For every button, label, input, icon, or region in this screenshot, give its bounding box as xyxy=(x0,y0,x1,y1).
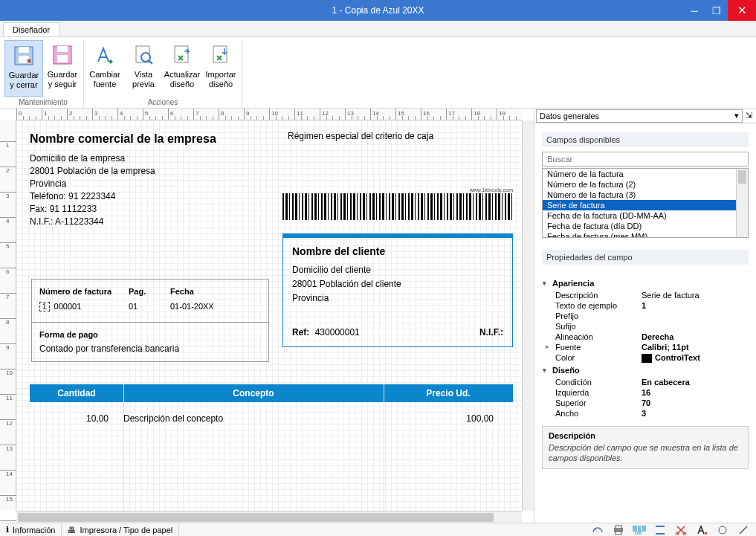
invoice-meta-header: Número de factura Pag. Fecha xyxy=(32,280,268,299)
pin-icon[interactable]: ⇲ xyxy=(743,111,755,120)
cut-icon[interactable] xyxy=(674,525,688,535)
svg-rect-14 xyxy=(616,526,621,529)
client-box[interactable]: Nombre del cliente Domicilio del cliente… xyxy=(282,233,513,347)
prop-color[interactable]: ColorControlText xyxy=(542,352,749,364)
company-address[interactable]: Domicilio de la empresa xyxy=(30,153,514,164)
save-continue-icon xyxy=(51,43,74,67)
client-zip-city[interactable]: 28001 Población del cliente xyxy=(292,279,503,289)
column-divider xyxy=(384,384,384,511)
invoice-meta-box[interactable]: Número de factura Pag. Fecha 1000001 01 … xyxy=(31,279,269,362)
tab-information[interactable]: ℹ Información xyxy=(0,523,62,536)
line-tool-icon[interactable] xyxy=(737,525,750,535)
prop-descripcion[interactable]: DescripciónSerie de factura xyxy=(542,290,749,300)
ribbon-group-label-maintenance: Mantenimiento xyxy=(4,97,82,108)
svg-rect-19 xyxy=(705,532,707,535)
group-appearance[interactable]: Apariencia xyxy=(542,277,749,290)
invoice-lines-header[interactable]: Cantidad Concepto Precio Ud. xyxy=(30,384,513,402)
print-tool-icon[interactable] xyxy=(612,525,625,535)
preview-button[interactable]: Vista previa xyxy=(124,40,163,97)
invoice-number[interactable]: 000001 xyxy=(54,302,82,311)
scrollbar-thumb[interactable] xyxy=(738,170,746,184)
prop-izquierda[interactable]: Izquierda16 xyxy=(542,387,749,398)
info-icon: ℹ xyxy=(6,525,9,535)
field-list-item[interactable]: Fecha de la factura (DD-MM-AA) xyxy=(543,210,748,221)
field-list-scrollbar[interactable] xyxy=(736,169,748,237)
client-nif-label[interactable]: N.I.F.: xyxy=(479,327,503,338)
palette-icon[interactable] xyxy=(591,525,604,535)
ribbon: Guardar y cerrar Guardar y seguir Manten… xyxy=(0,37,756,109)
invoice-date[interactable]: 01-01-20XX xyxy=(170,302,261,311)
barcode xyxy=(282,193,513,220)
field-list-item[interactable]: Fecha de factura (día DD) xyxy=(543,221,748,231)
client-ref-value[interactable]: 430000001 xyxy=(315,327,360,338)
invoice-page[interactable]: 01 xyxy=(129,302,170,311)
field-list-item[interactable]: Número de la factura (2) xyxy=(543,179,748,190)
barcode-tool-icon[interactable]: 1KB xyxy=(633,525,646,535)
svg-point-20 xyxy=(719,526,726,534)
prop-ancho[interactable]: Ancho3 xyxy=(542,408,749,419)
tab-printer[interactable]: 🖶 Impresora / Tipo de papel xyxy=(62,523,179,536)
group-design[interactable]: Diseño xyxy=(542,364,749,377)
svg-rect-15 xyxy=(616,532,621,535)
invoice-line-row[interactable]: 10,00 Descripción del concepto 100,00 xyxy=(30,413,513,424)
restore-button[interactable]: ❐ xyxy=(705,0,728,21)
field-list-item[interactable]: Número de la factura (3) xyxy=(543,190,748,200)
prop-superior[interactable]: Superior70 xyxy=(542,398,749,408)
properties-grid: Apariencia DescripciónSerie de factura T… xyxy=(542,277,749,419)
printer-icon: 🖶 xyxy=(68,526,76,535)
client-province[interactable]: Provincia xyxy=(292,293,503,303)
import-design-button[interactable]: Importar diseño xyxy=(201,40,240,97)
client-address[interactable]: Domicilio del cliente xyxy=(292,265,503,275)
field-list-item[interactable]: Serie de factura xyxy=(543,200,748,210)
line-price[interactable]: 100,00 xyxy=(384,413,513,424)
prop-prefijo[interactable]: Prefijo xyxy=(542,311,749,321)
company-name[interactable]: Nombre comercial de la empresa xyxy=(30,132,514,146)
color-swatch xyxy=(642,354,652,363)
horizontal-scrollbar[interactable] xyxy=(16,511,522,523)
window-controls: ─ ❐ ✕ xyxy=(683,0,756,21)
search-input[interactable] xyxy=(542,152,749,167)
client-ref-row: Ref: 430000001 N.I.F.: xyxy=(292,327,503,338)
circle-tool-icon[interactable] xyxy=(716,525,729,535)
payment-method-value[interactable]: Contado por transferencia bancaria xyxy=(32,340,268,361)
prop-alineacion[interactable]: AlineaciónDerecha xyxy=(542,332,749,342)
text-tool-icon[interactable] xyxy=(695,525,708,535)
tab-designer[interactable]: Diseñador xyxy=(3,22,59,36)
ribbon-group-maintenance: Guardar y cerrar Guardar y seguir Manten… xyxy=(3,40,84,108)
save-continue-button[interactable]: Guardar y seguir xyxy=(43,40,82,97)
line-qty[interactable]: 10,00 xyxy=(30,413,123,424)
font-icon xyxy=(93,43,117,67)
prop-condicion[interactable]: CondiciónEn cabecera xyxy=(542,377,749,387)
minimize-button[interactable]: ─ xyxy=(683,0,705,21)
invoice-serie-field[interactable]: 1 xyxy=(39,302,50,311)
segment-tool-icon[interactable] xyxy=(653,525,667,535)
refresh-design-button[interactable]: Actualizar diseño xyxy=(163,40,201,97)
field-list[interactable]: Número de la facturaNúmero de la factura… xyxy=(542,168,749,238)
titlebar: 1 - Copia de Azul 20XX ─ ❐ ✕ xyxy=(0,0,756,21)
scrollbar-thumb[interactable] xyxy=(18,513,494,522)
field-list-item[interactable]: Fecha de factura (mes MM) xyxy=(543,231,748,238)
line-desc[interactable]: Descripción del concepto xyxy=(123,413,384,424)
prop-sufijo[interactable]: Sufijo xyxy=(542,321,749,332)
main: Nombre comercial de la empresa Domicilio… xyxy=(0,109,756,523)
tax-regime-note[interactable]: Régimen especial del criterio de caja xyxy=(288,131,433,141)
prop-texto-ejemplo[interactable]: Texto de ejemplo1 xyxy=(542,300,749,311)
field-list-item[interactable]: Número de la factura xyxy=(543,169,748,179)
help-text: Descripción del campo que se muestra en … xyxy=(549,442,742,464)
save-close-icon xyxy=(12,44,36,68)
panel-tab-select[interactable]: Datos generales ▾ xyxy=(536,109,743,123)
design-canvas[interactable]: Nombre comercial de la empresa Domicilio… xyxy=(16,120,522,511)
change-font-button[interactable]: Cambiar fuente xyxy=(85,40,124,97)
svg-text:1KB: 1KB xyxy=(635,531,642,535)
vertical-ruler xyxy=(0,120,16,511)
preview-icon xyxy=(132,43,155,67)
panel-tab-bar: Datos generales ▾ ⇲ xyxy=(534,109,756,123)
close-button[interactable]: ✕ xyxy=(728,0,756,21)
barcode-container[interactable]: www.1kbcode.com xyxy=(282,187,513,220)
vertical-scrollbar[interactable] xyxy=(522,120,534,511)
prop-fuente[interactable]: ▸FuenteCalibri; 11pt xyxy=(542,342,749,352)
svg-rect-4 xyxy=(57,46,68,52)
client-name[interactable]: Nombre del cliente xyxy=(292,245,503,257)
save-close-button[interactable]: Guardar y cerrar xyxy=(4,40,43,97)
company-zip-city[interactable]: 28001 Población de la empresa xyxy=(30,166,514,176)
